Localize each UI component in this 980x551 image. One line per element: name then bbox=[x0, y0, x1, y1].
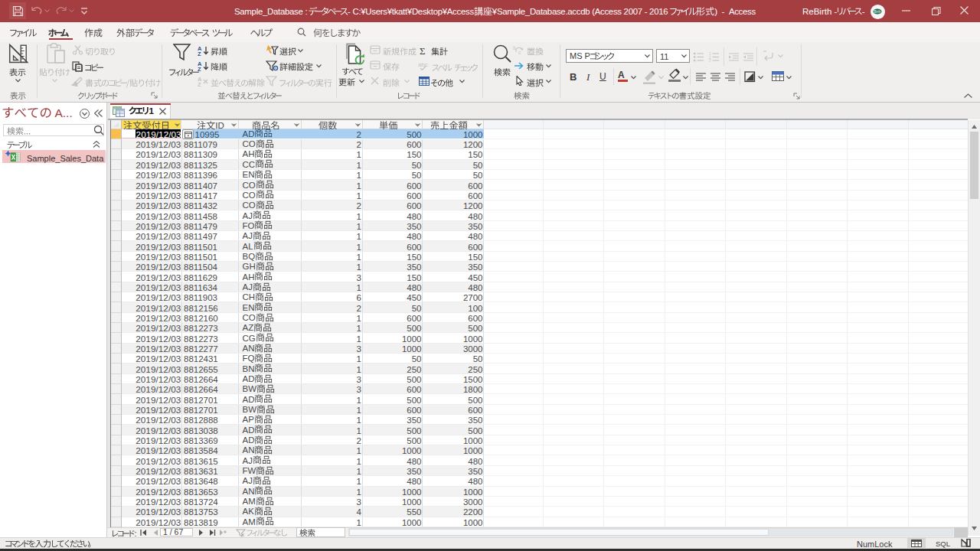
svg-text:Z: Z bbox=[198, 81, 201, 86]
svg-text:c: c bbox=[518, 50, 521, 55]
svg-text:abc: abc bbox=[418, 61, 428, 68]
svg-text:b: b bbox=[513, 45, 516, 51]
svg-text:Birth: Birth bbox=[874, 10, 881, 14]
svg-text:Σ: Σ bbox=[420, 45, 426, 55]
svg-text:3: 3 bbox=[709, 59, 711, 63]
svg-text:Z: Z bbox=[198, 51, 201, 56]
svg-text:Z: Z bbox=[198, 66, 201, 71]
